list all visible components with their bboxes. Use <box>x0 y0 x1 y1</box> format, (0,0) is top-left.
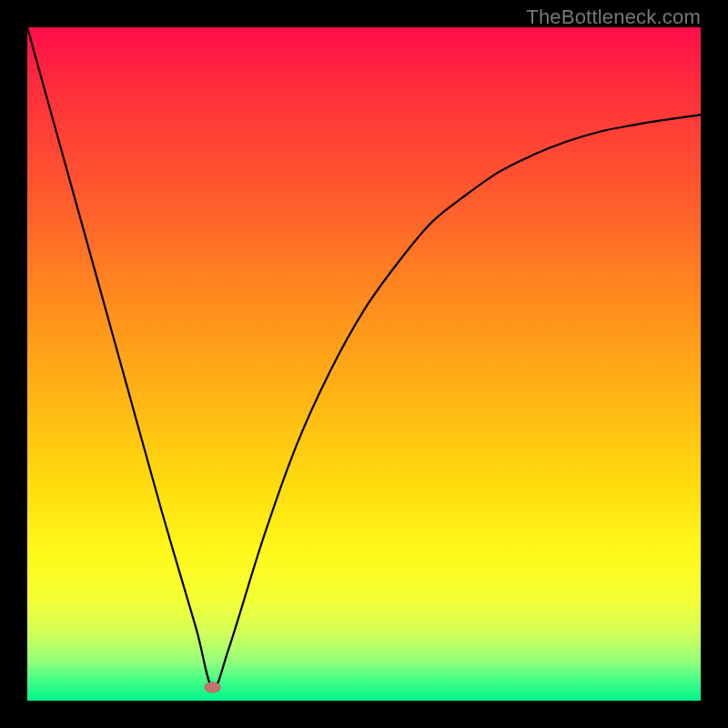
min-marker <box>205 682 221 693</box>
bottleneck-curve <box>27 27 701 688</box>
chart-frame: TheBottleneck.com <box>0 0 728 728</box>
plot-area <box>27 27 701 701</box>
curve-svg <box>27 27 701 701</box>
watermark-text: TheBottleneck.com <box>526 5 701 29</box>
